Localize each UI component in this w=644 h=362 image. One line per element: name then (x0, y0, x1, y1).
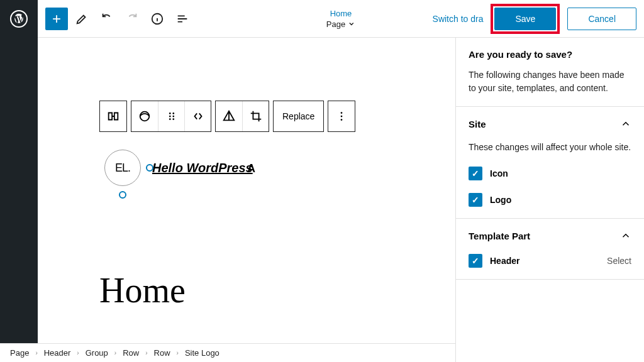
drag-handle[interactable] (158, 101, 184, 131)
document-type: Page (326, 19, 355, 29)
save-panel: Are you ready to save? The following cha… (455, 38, 644, 362)
chevron-down-icon (348, 20, 355, 28)
document-name: Home (326, 9, 355, 18)
chevron-right-icon: › (35, 349, 37, 356)
save-panel-header: Are you ready to save? The following cha… (456, 38, 644, 107)
crumb[interactable]: Site Logo (185, 348, 219, 358)
chevron-up-icon (620, 230, 631, 241)
topbar-actions: Switch to dra Save Cancel (433, 4, 636, 34)
editor-canvas[interactable]: Replace EL. Hello WordPress A Home (38, 38, 455, 343)
site-title[interactable]: Hello WordPress (152, 161, 253, 175)
resize-handle-south[interactable] (119, 191, 126, 199)
wordpress-icon (10, 10, 28, 28)
svg-point-2 (169, 112, 170, 114)
crumb[interactable]: Header (44, 348, 71, 358)
checkbox-icon-row[interactable]: ✓ Icon (469, 167, 631, 180)
svg-point-4 (169, 116, 170, 118)
cancel-button[interactable]: Cancel (567, 8, 636, 30)
checkbox-label: Header (490, 256, 519, 266)
site-header-row: EL. Hello WordPress (104, 150, 253, 186)
template-part-toggle[interactable]: Template Part (469, 230, 631, 241)
parent-block-button[interactable] (100, 101, 126, 131)
more-options-button[interactable] (328, 101, 355, 131)
site-section-title: Site (469, 119, 486, 129)
svg-point-8 (341, 112, 343, 114)
svg-point-7 (172, 118, 174, 120)
checkbox-logo-row[interactable]: ✓ Logo (469, 193, 631, 207)
checkbox-checked-icon: ✓ (469, 193, 482, 207)
crumb[interactable]: Page (10, 348, 29, 358)
save-highlight: Save (491, 4, 560, 34)
site-logo-image: EL. (104, 150, 141, 186)
crumb[interactable]: Row (123, 348, 139, 358)
crumb[interactable]: Row (154, 348, 170, 358)
crop-button[interactable] (242, 101, 269, 131)
checkbox-checked-icon: ✓ (469, 254, 482, 268)
edit-tool-button[interactable] (70, 8, 93, 30)
checkbox-header-row[interactable]: ✓ Header Select (469, 254, 631, 268)
chevron-right-icon: › (114, 349, 116, 356)
svg-point-9 (341, 116, 343, 118)
chevron-right-icon: › (145, 349, 147, 356)
document-switcher[interactable]: Home Page (326, 9, 355, 29)
svg-point-10 (341, 119, 343, 121)
block-toolbar: Replace (99, 101, 355, 132)
site-section-toggle[interactable]: Site (469, 118, 631, 129)
editor-topbar: + Home Page Switch to dra Save Cancel (38, 0, 644, 38)
save-panel-title: Are you ready to save? (469, 49, 631, 60)
replace-button[interactable]: Replace (274, 101, 323, 131)
move-buttons[interactable] (184, 101, 211, 131)
save-button[interactable]: Save (494, 8, 556, 30)
checkbox-label: Icon (490, 168, 508, 178)
admin-sidebar (0, 38, 38, 362)
svg-point-6 (169, 118, 170, 120)
redo-button[interactable] (121, 8, 143, 30)
chevron-up-icon (620, 118, 631, 129)
save-panel-description: The following changes have been made to … (469, 69, 631, 95)
switch-to-draft-link[interactable]: Switch to dra (433, 14, 484, 24)
nav-item[interactable]: A (247, 162, 255, 175)
block-type-button[interactable] (131, 101, 158, 131)
svg-point-1 (140, 112, 150, 121)
block-breadcrumbs: Page› Header› Group› Row› Row› Site Logo (0, 343, 455, 362)
info-button[interactable] (146, 8, 169, 30)
crumb[interactable]: Group (86, 348, 108, 358)
topbar-tools: + (45, 8, 194, 30)
align-button[interactable] (216, 101, 242, 131)
page-title[interactable]: Home (99, 270, 186, 310)
checkbox-checked-icon: ✓ (469, 167, 482, 180)
template-part-section: Template Part ✓ Header Select (456, 219, 644, 280)
svg-point-3 (172, 112, 174, 114)
site-logo-block[interactable]: EL. (104, 150, 141, 186)
undo-button[interactable] (96, 8, 118, 30)
chevron-right-icon: › (177, 349, 179, 356)
template-part-title: Template Part (469, 231, 530, 241)
site-section-note: These changes will affect your whole sit… (469, 141, 631, 154)
checkbox-label: Logo (490, 195, 511, 205)
site-section: Site These changes will affect your whol… (456, 107, 644, 219)
chevron-right-icon: › (77, 349, 79, 356)
list-view-button[interactable] (171, 8, 194, 30)
svg-point-5 (172, 116, 174, 118)
resize-handle-east[interactable] (146, 164, 153, 172)
add-block-button[interactable]: + (45, 8, 68, 30)
select-link[interactable]: Select (607, 256, 631, 266)
wp-logo-button[interactable] (0, 0, 38, 38)
